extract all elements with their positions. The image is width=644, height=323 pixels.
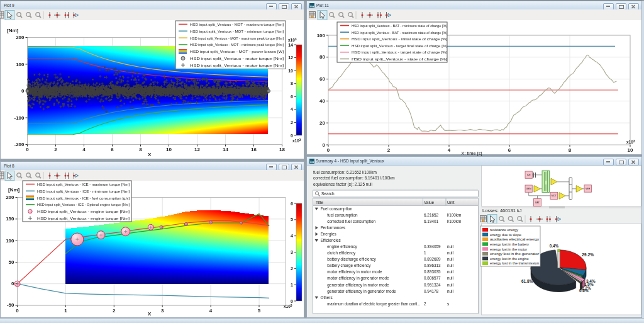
svg-text:GEN: GEN	[526, 188, 531, 190]
svg-text:null: null	[447, 276, 453, 280]
svg-text:HSD input split_Ventoux - MOT: HSD input split_Ventoux - MOT - minimum …	[190, 29, 284, 33]
svg-text:16: 16	[251, 147, 257, 152]
svg-text:generator efficiency in genera: generator efficiency in generator mode	[327, 289, 396, 294]
svg-text:2: 2	[291, 120, 293, 125]
svg-text:Title: Title	[316, 200, 323, 205]
svg-text:50: 50	[9, 259, 14, 265]
svg-text:0: 0	[291, 299, 293, 303]
svg-text:motor efficiency in motor mode: motor efficiency in motor mode	[327, 269, 382, 275]
svg-text:4: 4	[448, 147, 451, 153]
svg-text:0.896313: 0.896313	[424, 263, 441, 268]
svg-text:x103: x103	[626, 139, 635, 145]
svg-text:equivalence factor (s): 2.125: equivalence factor (s): 2.125 null	[313, 182, 372, 187]
svg-text:energy lost in the motor: energy lost in the motor	[490, 247, 527, 251]
svg-text:6: 6	[291, 201, 293, 206]
svg-text:61.8%: 61.8%	[521, 279, 533, 283]
svg-text:0.394059: 0.394059	[424, 244, 441, 249]
svg-text:HSD input split_Ventoux - targ: HSD input split_Ventoux - target state o…	[352, 50, 447, 54]
svg-text:HSD input split_Ventoux - BAT: HSD input split_Ventoux - BAT - maximum …	[352, 30, 447, 35]
svg-text:2: 2	[291, 266, 293, 271]
svg-text:0.6%: 0.6%	[579, 288, 589, 293]
svg-text:0: 0	[323, 142, 326, 148]
svg-text:null: null	[447, 283, 453, 287]
svg-text:energy lost in the transmissio: energy lost in the transmission	[490, 261, 539, 265]
svg-text:0.4%: 0.4%	[550, 244, 559, 248]
svg-text:1: 1	[64, 308, 67, 314]
svg-text:null: null	[447, 251, 453, 255]
svg-text:X: X	[148, 311, 152, 317]
svg-text:8: 8	[139, 147, 142, 152]
svg-text:18: 18	[279, 147, 285, 152]
svg-text:0.94178: 0.94178	[424, 289, 439, 293]
svg-text:0: 0	[291, 133, 293, 138]
svg-text:200: 200	[16, 35, 25, 40]
svg-text:motor efficiency in generator: motor efficiency in generator mode	[327, 276, 389, 281]
svg-text:100: 100	[317, 33, 326, 38]
svg-text:energy due to slope: energy due to slope	[490, 233, 522, 237]
svg-text:energy lost in the battery: energy lost in the battery	[490, 242, 529, 246]
svg-text:4: 4	[291, 234, 293, 238]
svg-text:HSD input split_Ventoux - engi: HSD input split_Ventoux - engine torque …	[37, 209, 130, 213]
svg-text:s: s	[447, 302, 449, 306]
svg-text:maximum duration of electric t: maximum duration of electric torque grea…	[327, 302, 420, 307]
svg-text:3: 3	[291, 250, 293, 254]
svg-text:4: 4	[82, 147, 86, 152]
svg-text:Value: Value	[424, 200, 435, 205]
svg-text:l/100km: l/100km	[447, 219, 461, 224]
svg-text:14: 14	[288, 43, 293, 47]
svg-text:auxiliaries electrical energy: auxiliaries electrical energy	[490, 237, 539, 241]
svg-text:1: 1	[424, 251, 426, 255]
svg-text:MOT: MOT	[552, 195, 557, 197]
svg-text:Fuel consumption: Fuel consumption	[321, 207, 353, 212]
svg-text:12: 12	[194, 147, 200, 152]
svg-text:HSD input split_Ventoux - targ: HSD input split_Ventoux - target final s…	[352, 43, 447, 48]
svg-text:clutch efficiency: clutch efficiency	[327, 251, 356, 256]
svg-text:x103: x103	[292, 138, 301, 144]
svg-text:200: 200	[6, 195, 14, 200]
svg-text:HSD input split_Ventoux - BAT: HSD input split_Ventoux - BAT - minimum …	[352, 23, 447, 28]
svg-text:[Nm]: [Nm]	[7, 28, 19, 33]
svg-text:Performances: Performances	[321, 225, 346, 230]
svg-text:150: 150	[6, 216, 14, 222]
svg-text:Others: Others	[321, 295, 333, 300]
svg-text:10: 10	[288, 69, 293, 73]
svg-text:corrected fuel consumption: corrected fuel consumption	[327, 219, 375, 224]
svg-text:fuel consumption: fuel consumption	[327, 213, 358, 218]
svg-text:100: 100	[16, 62, 25, 67]
svg-text:2: 2	[387, 147, 391, 153]
svg-text:Efficiencies: Efficiencies	[321, 238, 341, 242]
svg-text:14: 14	[223, 147, 228, 152]
svg-text:100: 100	[6, 238, 14, 244]
svg-text:5: 5	[258, 308, 261, 314]
svg-text:40: 40	[319, 98, 325, 104]
svg-text:HSD input split_Ventoux - engi: HSD input split_Ventoux - engine torque …	[37, 216, 130, 220]
svg-text:4: 4	[291, 107, 293, 111]
svg-text:x103: x103	[284, 303, 292, 309]
svg-text:Unit: Unit	[447, 200, 455, 205]
svg-text:HSD input split_Ventoux - MOT: HSD input split_Ventoux - MOT - minimum …	[190, 42, 284, 47]
svg-text:null: null	[447, 263, 453, 268]
svg-text:l/100km: l/100km	[447, 213, 461, 217]
svg-text:HSD input split_Ventoux - ICE: HSD input split_Ventoux - ICE - minimum …	[37, 189, 130, 193]
svg-text:0.806577: 0.806577	[424, 276, 441, 280]
svg-text:x103: x103	[288, 37, 297, 43]
svg-text:Losses: 460131 kJ: Losses: 460131 kJ	[482, 208, 522, 213]
svg-text:2: 2	[54, 147, 57, 152]
svg-text:8: 8	[291, 81, 293, 86]
svg-text:[Nm]: [Nm]	[8, 187, 20, 193]
svg-text:engine efficiency: engine efficiency	[327, 244, 357, 249]
svg-text:2: 2	[113, 308, 116, 314]
svg-text:ICE: ICE	[527, 174, 531, 176]
svg-text:Search: Search	[321, 191, 335, 196]
svg-text:0: 0	[16, 308, 19, 314]
svg-text:0: 0	[21, 88, 25, 94]
svg-text:6.21652: 6.21652	[424, 213, 439, 217]
svg-text:Energies: Energies	[321, 232, 336, 237]
svg-text:VEH: VEH	[586, 188, 591, 190]
svg-text:1: 1	[291, 283, 293, 287]
svg-text:5: 5	[291, 217, 293, 222]
svg-text:null: null	[447, 289, 453, 293]
svg-text:-50: -50	[7, 302, 14, 308]
svg-text:generator efficiency in motor: generator efficiency in motor mode	[327, 283, 389, 288]
svg-text:X: X	[148, 152, 152, 157]
